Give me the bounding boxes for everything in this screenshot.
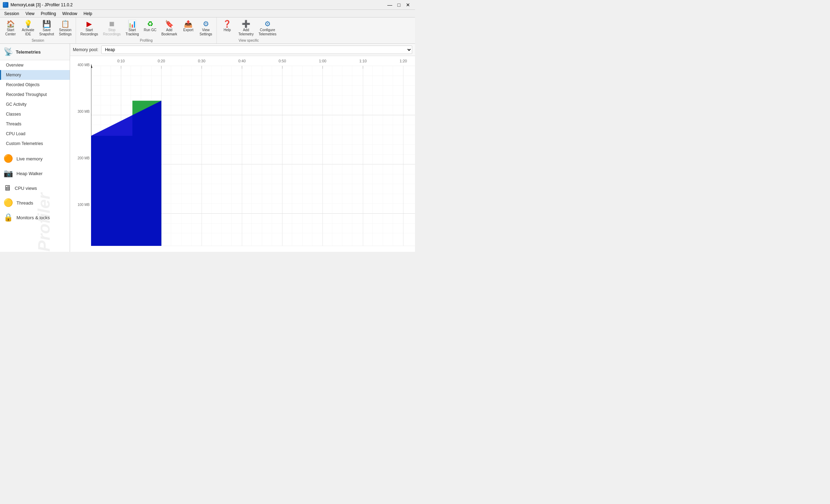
threads-section-icon: 🟡 [4,198,13,207]
sidebar-header: 📡 Telemetries [0,44,70,60]
sidebar-item-recorded-throughput[interactable]: Recorded Throughput [0,90,70,99]
app-icon: 🔵 [3,2,8,8]
menu-profiling[interactable]: Profiling [38,11,59,17]
export-icon: 📤 [184,20,193,27]
help-label: Help [224,28,231,32]
toolbar-section-profiling: ▶ StartRecordings ⏹ StopRecordings 📊 Sta… [76,18,216,43]
cpu-views-icon: 🖥 [4,184,11,193]
run-gc-icon: ♻ [147,20,153,27]
svg-text:0:50: 0:50 [279,59,286,63]
main-content: Memory pool: Heap 400 MB 300 MB 200 MB 1… [70,44,415,252]
save-snapshot-label: SaveSnapshot [39,28,54,36]
threads-section-label: Threads [16,200,33,206]
help-icon: ❓ [223,20,231,27]
run-gc-button[interactable]: ♻ Run GC [142,19,159,34]
live-memory-icon: 🟠 [4,154,13,163]
add-bookmark-label: AddBookmark [161,28,177,36]
sidebar-item-cpu-load[interactable]: CPU Load [0,129,70,139]
window-title: MemoryLeak [3] - JProfiler 11.0.2 [11,2,72,7]
start-recordings-button[interactable]: ▶ StartRecordings [78,19,100,38]
start-tracking-icon: 📊 [128,20,137,27]
svg-text:0:40: 0:40 [238,59,245,63]
y-label-400: 400 MB [71,63,90,67]
memory-pool-select[interactable]: Heap [101,46,412,54]
sidebar: 📡 Telemetries Overview Memory Recorded O… [0,44,70,252]
telemetries-title: Telemetries [16,49,41,55]
y-label-200: 200 MB [71,156,90,160]
configure-telemetries-icon: ⚙ [264,20,271,27]
monitors-locks-icon: 🔒 [4,213,13,222]
window-controls: — □ ✕ [386,1,412,8]
view-settings-button[interactable]: ⚙ ViewSettings [198,19,214,38]
export-button[interactable]: 📤 Export [180,19,197,34]
menu-bar: Session View Profiling Window Help [0,10,415,18]
start-tracking-button[interactable]: 📊 StartTracking [124,19,141,38]
start-center-button[interactable]: 🏠 StartCenter [2,19,19,38]
add-bookmark-button[interactable]: 🔖 AddBookmark [159,19,179,38]
toolbar-section-session-label: Session [2,38,74,43]
memory-pool-bar: Memory pool: Heap [70,44,415,56]
memory-chart-svg: 0:10 0:20 0:30 0:40 0:50 1:00 1:10 1:20 [91,56,415,252]
toolbar-section-session: 🏠 StartCenter 💡 ActivateIDE 💾 SaveSnapsh… [0,18,76,43]
activate-ide-label: ActivateIDE [22,28,34,36]
sidebar-section-live-memory[interactable]: 🟠 Live memory [0,151,70,166]
sidebar-section-monitors-locks[interactable]: 🔒 Monitors & locks [0,210,70,225]
sidebar-item-threads[interactable]: Threads [0,119,70,129]
sidebar-item-custom-telemetries[interactable]: Custom Telemetries [0,139,70,149]
menu-help[interactable]: Help [81,11,95,17]
sidebar-item-classes[interactable]: Classes [0,109,70,119]
start-recordings-label: StartRecordings [80,28,98,36]
view-settings-label: ViewSettings [200,28,212,36]
save-snapshot-button[interactable]: 💾 SaveSnapshot [37,19,56,38]
svg-text:0:10: 0:10 [117,59,125,63]
minimize-button[interactable]: — [386,1,394,8]
sidebar-section-threads[interactable]: 🟡 Threads [0,195,70,210]
toolbar-section-view-specific-label: View specific [219,38,279,43]
sidebar-item-overview[interactable]: Overview [0,60,70,70]
svg-text:1:00: 1:00 [319,59,326,63]
help-button[interactable]: ❓ Help [219,19,236,34]
run-gc-label: Run GC [144,28,157,32]
export-label: Export [183,28,193,32]
live-memory-label: Live memory [16,156,42,161]
sidebar-item-memory[interactable]: Memory [0,70,70,80]
close-button[interactable]: ✕ [404,1,412,8]
heap-walker-label: Heap Walker [16,171,43,176]
session-settings-icon: 📋 [61,20,70,27]
sidebar-section-heap-walker[interactable]: 📷 Heap Walker [0,166,70,181]
chart-canvas: 0:10 0:20 0:30 0:40 0:50 1:00 1:10 1:20 [91,56,415,252]
chart-area: 400 MB 300 MB 200 MB 100 MB [70,56,415,252]
cpu-views-label: CPU views [15,186,37,191]
session-settings-button[interactable]: 📋 SessionSettings [57,19,74,38]
save-snapshot-icon: 💾 [42,20,51,27]
toolbar: 🏠 StartCenter 💡 ActivateIDE 💾 SaveSnapsh… [0,18,415,44]
monitors-locks-label: Monitors & locks [16,215,50,220]
add-telemetry-label: AddTelemetry [238,28,254,36]
view-settings-icon: ⚙ [203,20,209,27]
memory-pool-label: Memory pool: [73,47,98,52]
activate-ide-button[interactable]: 💡 ActivateIDE [20,19,36,38]
configure-telemetries-label: ConfigureTelemetries [258,28,276,36]
menu-view[interactable]: View [23,11,37,17]
sidebar-item-gc-activity[interactable]: GC Activity [0,99,70,109]
title-bar: 🔵 MemoryLeak [3] - JProfiler 11.0.2 — □ … [0,0,415,10]
stop-recordings-button[interactable]: ⏹ StopRecordings [101,19,123,38]
menu-window[interactable]: Window [60,11,80,17]
main-layout: 📡 Telemetries Overview Memory Recorded O… [0,44,415,252]
sidebar-item-recorded-objects[interactable]: Recorded Objects [0,80,70,90]
svg-text:1:20: 1:20 [400,59,407,63]
toolbar-section-profiling-label: Profiling [78,38,214,43]
svg-text:1:10: 1:10 [359,59,367,63]
start-recordings-icon: ▶ [87,20,92,27]
configure-telemetries-button[interactable]: ⚙ ConfigureTelemetries [256,19,278,38]
sidebar-section-cpu-views[interactable]: 🖥 CPU views [0,181,70,195]
maximize-button[interactable]: □ [395,1,403,8]
stop-recordings-icon: ⏹ [108,20,115,27]
menu-session[interactable]: Session [1,11,22,17]
start-center-icon: 🏠 [6,20,15,27]
add-telemetry-button[interactable]: ➕ AddTelemetry [236,19,256,38]
session-settings-label: SessionSettings [59,28,71,36]
toolbar-section-view-specific: ❓ Help ➕ AddTelemetry ⚙ ConfigureTelemet… [217,18,281,43]
heap-walker-icon: 📷 [4,169,13,178]
telemetries-icon: 📡 [4,47,13,56]
